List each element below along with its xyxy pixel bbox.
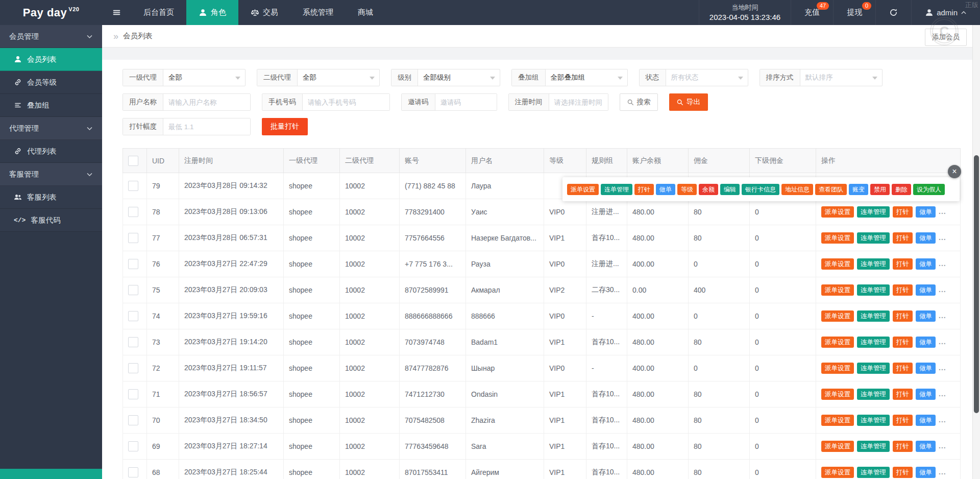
popup-action-balance-change-button[interactable]: 账变	[849, 184, 868, 195]
sidebar-group-agent-manage[interactable]: 代理管理	[0, 117, 102, 140]
action-combo-manage-button[interactable]: 连单管理	[857, 310, 890, 322]
action-make-order-button[interactable]: 做单	[916, 415, 936, 426]
more-actions-button[interactable]: ...	[939, 259, 946, 268]
more-actions-button[interactable]: ...	[939, 207, 946, 215]
action-inject-button[interactable]: 打针	[893, 310, 913, 322]
sidebar-item-member-list[interactable]: 会员列表	[0, 48, 102, 71]
action-dispatch-settings-button[interactable]: 派单设置	[821, 441, 854, 452]
popup-action-balance-button[interactable]: 余额	[699, 184, 718, 195]
withdraw-button[interactable]: 提现 0	[833, 0, 875, 25]
action-inject-button[interactable]: 打针	[893, 284, 913, 296]
popup-action-combo-manage-button[interactable]: 连单管理	[601, 184, 632, 195]
popup-action-view-team-button[interactable]: 查看团队	[815, 184, 847, 195]
filter-select-value[interactable]: 所有状态	[666, 69, 748, 86]
nav-item-system-manage[interactable]: 系统管理	[290, 0, 346, 25]
popup-action-set-fake-button[interactable]: 设为假人	[913, 184, 945, 195]
action-combo-manage-button[interactable]: 连单管理	[857, 206, 890, 218]
inject-range-input[interactable]	[163, 118, 250, 135]
more-actions-button[interactable]: ...	[939, 468, 946, 476]
refresh-button[interactable]	[875, 0, 911, 25]
action-combo-manage-button[interactable]: 连单管理	[857, 441, 890, 452]
action-dispatch-settings-button[interactable]: 派单设置	[821, 389, 854, 400]
action-dispatch-settings-button[interactable]: 派单设置	[821, 310, 854, 322]
popup-action-address-info-button[interactable]: 地址信息	[781, 184, 813, 195]
username-input[interactable]	[163, 94, 250, 110]
action-dispatch-settings-button[interactable]: 派单设置	[821, 258, 854, 270]
more-actions-button[interactable]: ...	[939, 442, 946, 450]
filter-select-value[interactable]: 全部	[163, 69, 245, 86]
action-combo-manage-button[interactable]: 连单管理	[857, 467, 890, 478]
row-checkbox[interactable]	[128, 233, 138, 243]
more-actions-button[interactable]: ...	[939, 416, 946, 424]
popup-action-level-button[interactable]: 等级	[677, 184, 697, 195]
row-checkbox[interactable]	[128, 363, 138, 373]
batch-inject-button[interactable]: 批量打针	[262, 118, 308, 135]
action-combo-manage-button[interactable]: 连单管理	[857, 337, 890, 348]
action-make-order-button[interactable]: 做单	[916, 206, 936, 218]
recharge-button[interactable]: 充值 47	[791, 0, 833, 25]
action-dispatch-settings-button[interactable]: 派单设置	[821, 206, 854, 218]
phone-input[interactable]	[303, 94, 389, 110]
nav-item-mall[interactable]: 商城	[346, 0, 385, 25]
nav-item-trade[interactable]: 交易	[238, 0, 290, 25]
action-dispatch-settings-button[interactable]: 派单设置	[821, 467, 854, 478]
action-make-order-button[interactable]: 做单	[916, 310, 936, 322]
row-checkbox[interactable]	[128, 181, 138, 191]
filter-select-value[interactable]: 全部叠加组	[546, 69, 627, 86]
more-actions-button[interactable]: ...	[939, 285, 946, 294]
action-inject-button[interactable]: 打针	[893, 467, 913, 478]
action-dispatch-settings-button[interactable]: 派单设置	[821, 232, 854, 244]
popup-action-delete-button[interactable]: 删除	[892, 184, 911, 195]
invite-code-input[interactable]	[435, 94, 497, 110]
action-inject-button[interactable]: 打针	[893, 337, 913, 348]
filter-select-value[interactable]: 全部级别	[418, 69, 500, 86]
add-member-button[interactable]: 添加会员	[925, 29, 967, 46]
action-combo-manage-button[interactable]: 连单管理	[857, 284, 890, 296]
nav-item-role[interactable]: 角色	[186, 0, 238, 25]
sidebar-item-service-code[interactable]: </>客服代码	[0, 209, 102, 232]
action-make-order-button[interactable]: 做单	[916, 232, 936, 244]
filter-select-value[interactable]: 全部	[298, 69, 379, 86]
row-checkbox[interactable]	[128, 285, 138, 295]
row-checkbox[interactable]	[128, 467, 138, 477]
action-inject-button[interactable]: 打针	[893, 232, 913, 244]
action-combo-manage-button[interactable]: 连单管理	[857, 415, 890, 426]
sidebar-group-member-manage[interactable]: 会员管理	[0, 25, 102, 48]
vertical-scrollbar[interactable]	[972, 25, 980, 479]
popup-action-disable-button[interactable]: 禁用	[870, 184, 890, 195]
sidebar-item-stack-group[interactable]: 叠加组	[0, 94, 102, 117]
register-time-input[interactable]	[549, 94, 608, 110]
search-button[interactable]: 搜索	[620, 93, 658, 111]
close-icon[interactable]: ×	[948, 165, 961, 178]
action-dispatch-settings-button[interactable]: 派单设置	[821, 415, 854, 426]
action-dispatch-settings-button[interactable]: 派单设置	[821, 363, 854, 374]
sidebar-item-member-level[interactable]: 会员等级	[0, 71, 102, 94]
row-checkbox[interactable]	[128, 415, 138, 425]
action-make-order-button[interactable]: 做单	[916, 284, 936, 296]
more-actions-button[interactable]: ...	[939, 338, 946, 346]
popup-action-inject-button[interactable]: 打针	[634, 184, 654, 195]
action-make-order-button[interactable]: 做单	[916, 389, 936, 400]
popup-action-dispatch-settings-button[interactable]: 派单设置	[567, 184, 599, 195]
action-combo-manage-button[interactable]: 连单管理	[857, 232, 890, 244]
sidebar-item-agent-list[interactable]: 代理列表	[0, 140, 102, 163]
more-actions-button[interactable]: ...	[939, 364, 946, 372]
sidebar-group-service-manage[interactable]: 客服管理	[0, 163, 102, 186]
row-checkbox[interactable]	[128, 441, 138, 451]
action-make-order-button[interactable]: 做单	[916, 467, 936, 478]
popup-action-bank-card-info-button[interactable]: 银行卡信息	[742, 184, 779, 195]
row-checkbox[interactable]	[128, 389, 138, 399]
more-actions-button[interactable]: ...	[939, 390, 946, 398]
nav-item-backend-home[interactable]: 后台首页	[131, 0, 186, 25]
scrollbar-thumb[interactable]	[974, 155, 979, 413]
action-inject-button[interactable]: 打针	[893, 363, 913, 374]
action-make-order-button[interactable]: 做单	[916, 363, 936, 374]
row-checkbox[interactable]	[128, 337, 138, 347]
sidebar-item-service-list[interactable]: 客服列表	[0, 186, 102, 209]
popup-action-edit-button[interactable]: 编辑	[720, 184, 740, 195]
popup-action-make-order-button[interactable]: 做单	[656, 184, 675, 195]
action-inject-button[interactable]: 打针	[893, 258, 913, 270]
more-actions-button[interactable]: ...	[939, 312, 946, 320]
more-actions-button[interactable]: ...	[939, 233, 946, 242]
action-dispatch-settings-button[interactable]: 派单设置	[821, 284, 854, 296]
